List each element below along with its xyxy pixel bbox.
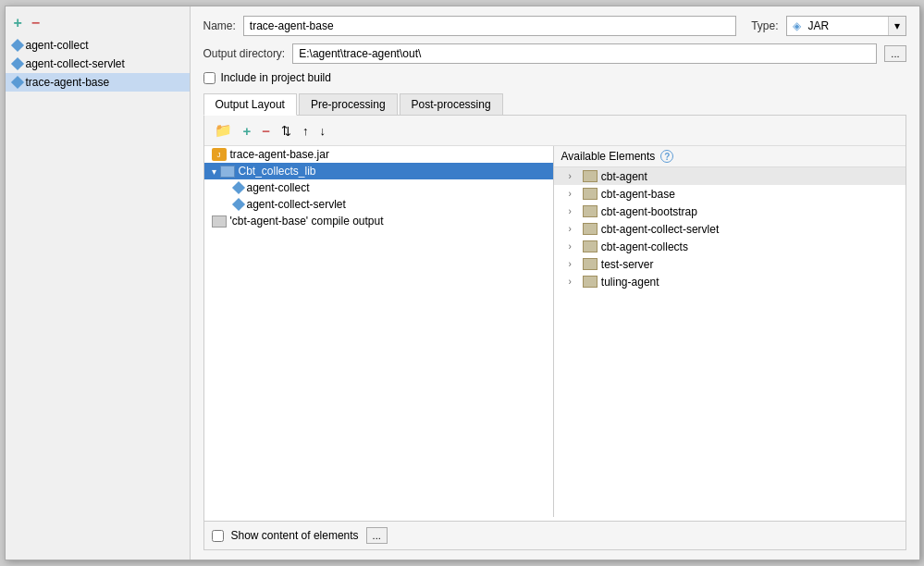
tree-item-agent-collect-servlet[interactable]: agent-collect-servlet bbox=[204, 196, 553, 213]
type-dropdown-arrow[interactable]: ▾ bbox=[888, 17, 906, 35]
tab-content: 📁 + − ⇅ ↑ ↓ J tra bbox=[203, 116, 906, 550]
type-label: Type: bbox=[751, 19, 778, 32]
diamond-icon bbox=[231, 181, 244, 194]
include-in-build-label: Include in project build bbox=[221, 71, 331, 84]
move-down-button[interactable]: ↓ bbox=[315, 121, 331, 141]
tree-item-compile-output[interactable]: 'cbt-agent-base' compile output bbox=[204, 213, 553, 229]
tree-item-label: Cbt_collects_lib bbox=[239, 165, 316, 178]
output-dir-input[interactable] bbox=[292, 43, 877, 64]
sidebar: + − agent-collect agent-collect-servlet … bbox=[6, 6, 191, 560]
sidebar-toolbar: + − bbox=[6, 10, 190, 36]
tree-item-jar[interactable]: J trace-agent-base.jar bbox=[204, 146, 553, 163]
layout-body: J trace-agent-base.jar ▾ Cbt_collects_li… bbox=[204, 146, 906, 517]
artifact-tree: J trace-agent-base.jar ▾ Cbt_collects_li… bbox=[204, 146, 554, 517]
remove-artifact-button[interactable]: − bbox=[29, 14, 43, 32]
avail-item-cbt-agent-collects[interactable]: › cbt-agent-collects bbox=[554, 238, 906, 255]
tree-item-label: 'cbt-agent-base' compile output bbox=[230, 215, 384, 228]
avail-item-label: cbt-agent-collects bbox=[601, 240, 688, 253]
tab-container: Output Layout Pre-processing Post-proces… bbox=[203, 93, 906, 550]
move-up-button[interactable]: ↑ bbox=[298, 121, 314, 141]
sidebar-item-trace-agent-base[interactable]: trace-agent-base bbox=[6, 73, 190, 92]
expand-chevron: › bbox=[561, 204, 579, 218]
include-in-build-row: Include in project build bbox=[203, 71, 906, 84]
tree-item-cbt-collects-lib[interactable]: ▾ Cbt_collects_lib bbox=[204, 163, 553, 179]
bottom-bar: Show content of elements ... bbox=[204, 521, 906, 549]
avail-item-label: cbt-agent-bootstrap bbox=[601, 205, 697, 218]
sidebar-item-agent-collect[interactable]: agent-collect bbox=[6, 36, 190, 55]
tree-item-label: agent-collect bbox=[247, 181, 310, 194]
type-select[interactable]: ◈ JAR ▾ bbox=[786, 16, 906, 36]
available-elements-title: Available Elements bbox=[561, 150, 656, 163]
sort-button[interactable]: ⇅ bbox=[277, 121, 296, 141]
folder-blue-icon bbox=[220, 166, 235, 178]
jar-type-icon: ◈ bbox=[787, 18, 807, 34]
avail-item-label: test-server bbox=[601, 258, 654, 271]
name-label: Name: bbox=[203, 19, 236, 32]
main-panel: Name: Type: ◈ JAR ▾ Output directory: ..… bbox=[191, 6, 919, 560]
output-dir-label: Output directory: bbox=[203, 47, 286, 60]
expand-chevron: › bbox=[561, 257, 579, 271]
expand-chevron: › bbox=[561, 275, 579, 289]
add-artifact-button[interactable]: + bbox=[11, 14, 25, 32]
folder-icon bbox=[583, 240, 598, 252]
expand-chevron: › bbox=[561, 222, 579, 236]
diamond-icon bbox=[10, 39, 23, 52]
avail-item-cbt-agent-base[interactable]: › cbt-agent-base bbox=[554, 185, 906, 203]
remove-element-button[interactable]: − bbox=[257, 120, 275, 142]
name-input[interactable] bbox=[243, 16, 736, 36]
sidebar-item-label: trace-agent-base bbox=[26, 76, 110, 89]
available-elements-header: Available Elements ? bbox=[554, 146, 906, 167]
jar-file-icon: J bbox=[212, 148, 227, 161]
tab-output-layout[interactable]: Output Layout bbox=[203, 93, 297, 116]
expand-chevron: › bbox=[561, 169, 579, 183]
folder-icon bbox=[583, 205, 598, 217]
layout-toolbar: 📁 + − ⇅ ↑ ↓ bbox=[204, 116, 906, 146]
type-value: JAR bbox=[807, 17, 888, 35]
tab-pre-processing[interactable]: Pre-processing bbox=[299, 93, 398, 115]
avail-item-label: cbt-agent bbox=[601, 170, 647, 183]
add-element-button[interactable]: + bbox=[239, 120, 256, 142]
avail-item-cbt-agent-collect-servlet[interactable]: › cbt-agent-collect-servlet bbox=[554, 220, 906, 238]
expand-chevron: › bbox=[561, 240, 579, 253]
tabs-bar: Output Layout Pre-processing Post-proces… bbox=[203, 93, 906, 116]
avail-item-label: tuling-agent bbox=[601, 276, 659, 289]
avail-item-label: cbt-agent-collect-servlet bbox=[601, 223, 719, 236]
tree-item-label: trace-agent-base.jar bbox=[230, 148, 329, 161]
tab-post-processing[interactable]: Post-processing bbox=[400, 93, 503, 115]
avail-item-cbt-agent-bootstrap[interactable]: › cbt-agent-bootstrap bbox=[554, 203, 906, 220]
add-folder-button[interactable]: 📁 bbox=[210, 119, 237, 142]
output-dir-browse-button[interactable]: ... bbox=[884, 45, 906, 62]
diamond-icon bbox=[10, 76, 23, 89]
diamond-icon bbox=[231, 198, 244, 211]
diamond-icon bbox=[10, 57, 23, 70]
expand-arrow: ▾ bbox=[212, 166, 216, 177]
expand-chevron: › bbox=[561, 187, 579, 201]
include-in-build-checkbox[interactable] bbox=[203, 72, 216, 84]
folder-icon bbox=[583, 223, 598, 235]
show-content-checkbox[interactable] bbox=[212, 530, 224, 542]
show-content-label: Show content of elements bbox=[231, 529, 359, 542]
avail-item-tuling-agent[interactable]: › tuling-agent bbox=[554, 273, 906, 290]
sidebar-item-label: agent-collect-servlet bbox=[26, 57, 125, 70]
folder-icon bbox=[583, 170, 598, 182]
avail-item-cbt-agent[interactable]: › cbt-agent bbox=[554, 167, 906, 185]
help-icon[interactable]: ? bbox=[660, 150, 673, 163]
tree-item-agent-collect[interactable]: agent-collect bbox=[204, 179, 553, 196]
name-row: Name: Type: ◈ JAR ▾ bbox=[203, 16, 906, 36]
folder-icon bbox=[583, 258, 598, 270]
output-dir-row: Output directory: ... bbox=[203, 43, 906, 64]
tree-item-label: agent-collect-servlet bbox=[247, 198, 346, 211]
available-elements-panel: Available Elements ? › cbt-agent › bbox=[554, 146, 906, 517]
sidebar-item-label: agent-collect bbox=[26, 39, 89, 52]
sidebar-item-agent-collect-servlet[interactable]: agent-collect-servlet bbox=[6, 55, 190, 73]
output-layout-panel: 📁 + − ⇅ ↑ ↓ J tra bbox=[204, 116, 906, 549]
folder-icon bbox=[583, 188, 598, 200]
show-content-browse-button[interactable]: ... bbox=[366, 527, 388, 544]
avail-item-label: cbt-agent-base bbox=[601, 188, 675, 201]
folder-icon bbox=[583, 276, 598, 288]
avail-item-test-server[interactable]: › test-server bbox=[554, 255, 906, 273]
compile-output-icon bbox=[212, 215, 227, 228]
